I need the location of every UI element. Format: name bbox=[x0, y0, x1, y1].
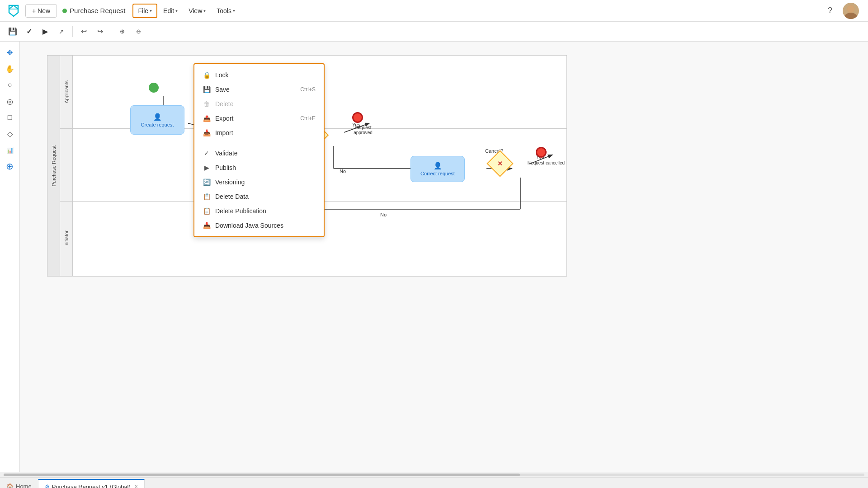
tool-intermediate-event[interactable]: ◎ bbox=[3, 94, 17, 108]
tool-gateway[interactable]: ◇ bbox=[3, 127, 17, 141]
end-event-cancelled[interactable] bbox=[536, 147, 547, 158]
lock-icon: 🔒 bbox=[203, 71, 211, 79]
home-icon: 🏠 bbox=[6, 483, 14, 488]
user-avatar[interactable] bbox=[843, 3, 859, 19]
menu-bar: File ▾ Edit ▾ View ▾ Tools ▾ bbox=[132, 4, 240, 18]
scrollbar-thumb[interactable] bbox=[4, 474, 520, 476]
doc-status-dot bbox=[62, 9, 67, 13]
toolbar-divider-2 bbox=[111, 26, 111, 37]
end-event-approved[interactable] bbox=[352, 112, 363, 123]
horizontal-scrollbar[interactable] bbox=[4, 474, 864, 476]
lane-header-applicants: Applicants bbox=[60, 56, 73, 128]
menu-item-download-java[interactable]: 📥 Download Java Sources bbox=[194, 218, 324, 233]
toolbar-divider bbox=[72, 26, 73, 37]
validate-button[interactable]: ✓ bbox=[22, 24, 36, 39]
task-icon: 👤 bbox=[153, 113, 162, 121]
tool-hand[interactable]: ✋ bbox=[3, 61, 17, 76]
svg-point-7 bbox=[847, 5, 854, 13]
tool-add[interactable]: ⊕ bbox=[3, 159, 17, 174]
left-panel: ✥ ✋ ○ ◎ □ ◇ 📊 ⊕ bbox=[0, 42, 20, 472]
import-icon: 📥 bbox=[203, 129, 211, 136]
run-button[interactable]: ▶ bbox=[38, 24, 52, 39]
publish-icon: ▶ bbox=[203, 164, 211, 171]
menu-item-delete-publication[interactable]: 📋 Delete Publication bbox=[194, 204, 324, 218]
menu-file[interactable]: File ▾ bbox=[132, 4, 157, 18]
lane-label-initiator: Initiator bbox=[64, 230, 69, 247]
versioning-icon: 🔄 bbox=[203, 178, 211, 186]
toolbar: 💾 ✓ ▶ ↗ ↩ ↪ ⊕ ⊖ bbox=[0, 22, 868, 42]
menu-item-save[interactable]: 💾 Save Ctrl+S bbox=[194, 82, 324, 97]
menu-item-import[interactable]: 📥 Import bbox=[194, 126, 324, 140]
menu-edit[interactable]: Edit ▾ bbox=[158, 4, 183, 18]
scrollbar-area bbox=[0, 472, 868, 477]
redo-button[interactable]: ↪ bbox=[93, 24, 107, 39]
chevron-down-icon: ▾ bbox=[150, 8, 152, 13]
menu-tools[interactable]: Tools ▾ bbox=[212, 4, 240, 18]
file-dropdown-menu: 🔒 Lock 💾 Save Ctrl+S 🗑 Delete 📤 Export C… bbox=[193, 63, 325, 237]
main-area: ✥ ✋ ○ ◎ □ ◇ 📊 ⊕ Purchase Request bbox=[0, 42, 868, 472]
lane-header-initiator: Initiator bbox=[60, 201, 73, 276]
delete-icon: 🗑 bbox=[203, 100, 211, 108]
export-shortcut: Ctrl+E bbox=[300, 115, 316, 122]
tool-data[interactable]: 📊 bbox=[3, 143, 17, 157]
tool-task[interactable]: □ bbox=[3, 110, 17, 125]
export-button[interactable]: ↗ bbox=[54, 24, 69, 39]
tab-purchase-request[interactable]: ⚙ Purchase Request v1 (Global) × bbox=[38, 479, 145, 488]
lane-header-middle bbox=[60, 128, 73, 201]
task-correct-label: Correct request bbox=[420, 171, 455, 176]
canvas-area[interactable]: Purchase Request Applicants Initiator bbox=[20, 42, 868, 472]
svg-text:No: No bbox=[340, 169, 346, 174]
bottom-tab-bar: 🏠 Home ⚙ Purchase Request v1 (Global) × bbox=[0, 477, 868, 488]
menu-item-validate[interactable]: ✓ Validate bbox=[194, 146, 324, 160]
label-approved: Request approved bbox=[345, 125, 381, 135]
task-correct-request[interactable]: 👤 Correct request bbox=[410, 156, 465, 182]
pool-label: Purchase Request bbox=[51, 145, 57, 187]
validate-icon: ✓ bbox=[203, 150, 211, 157]
tool-start-event[interactable]: ○ bbox=[3, 78, 17, 92]
download-java-icon: 📥 bbox=[203, 222, 211, 229]
menu-item-delete-data[interactable]: 📋 Delete Data bbox=[194, 189, 324, 204]
export-icon: 📤 bbox=[203, 115, 211, 122]
menu-item-publish[interactable]: ▶ Publish bbox=[194, 160, 324, 175]
svg-text:No: No bbox=[380, 212, 387, 217]
save-button[interactable]: 💾 bbox=[5, 24, 20, 39]
tool-move[interactable]: ✥ bbox=[3, 45, 17, 60]
menu-item-delete: 🗑 Delete bbox=[194, 97, 324, 111]
app-logo bbox=[5, 3, 22, 19]
process-icon: ⚙ bbox=[45, 483, 50, 488]
document-title: Purchase Request bbox=[62, 7, 125, 14]
tab-close-button[interactable]: × bbox=[135, 483, 138, 488]
task-label: Create request bbox=[141, 122, 174, 127]
menu-item-versioning[interactable]: 🔄 Versioning bbox=[194, 175, 324, 189]
pool-header: Purchase Request bbox=[47, 56, 60, 276]
chevron-down-icon: ▾ bbox=[203, 8, 206, 13]
help-button[interactable]: ? bbox=[823, 4, 837, 18]
save-shortcut: Ctrl+S bbox=[300, 86, 316, 93]
menu-item-export[interactable]: 📤 Export Ctrl+E bbox=[194, 111, 324, 126]
start-event[interactable] bbox=[149, 83, 159, 93]
task-correct-icon: 👤 bbox=[434, 162, 442, 170]
undo-button[interactable]: ↩ bbox=[76, 24, 91, 39]
zoom-in-button[interactable]: ⊕ bbox=[115, 24, 129, 39]
label-cancelled: Request cancelled bbox=[526, 160, 566, 165]
save-icon: 💾 bbox=[203, 86, 211, 93]
lane-label-applicants: Applicants bbox=[64, 80, 69, 103]
top-right-area: ? bbox=[823, 3, 859, 19]
task-create-request[interactable]: 👤 Create request bbox=[130, 105, 184, 135]
zoom-out-button[interactable]: ⊖ bbox=[131, 24, 146, 39]
menu-separator-1 bbox=[194, 143, 324, 143]
tab-home[interactable]: 🏠 Home bbox=[0, 479, 38, 488]
delete-data-icon: 📋 bbox=[203, 193, 211, 200]
new-button[interactable]: + New bbox=[25, 4, 57, 18]
menu-view[interactable]: View ▾ bbox=[184, 4, 211, 18]
delete-publication-icon: 📋 bbox=[203, 207, 211, 215]
chevron-down-icon: ▾ bbox=[233, 8, 235, 13]
chevron-down-icon: ▾ bbox=[175, 8, 178, 13]
svg-marker-0 bbox=[9, 5, 18, 16]
svg-point-6 bbox=[844, 13, 857, 19]
menu-item-lock[interactable]: 🔒 Lock bbox=[194, 68, 324, 82]
top-bar: + New Purchase Request File ▾ Edit ▾ Vie… bbox=[0, 0, 868, 22]
